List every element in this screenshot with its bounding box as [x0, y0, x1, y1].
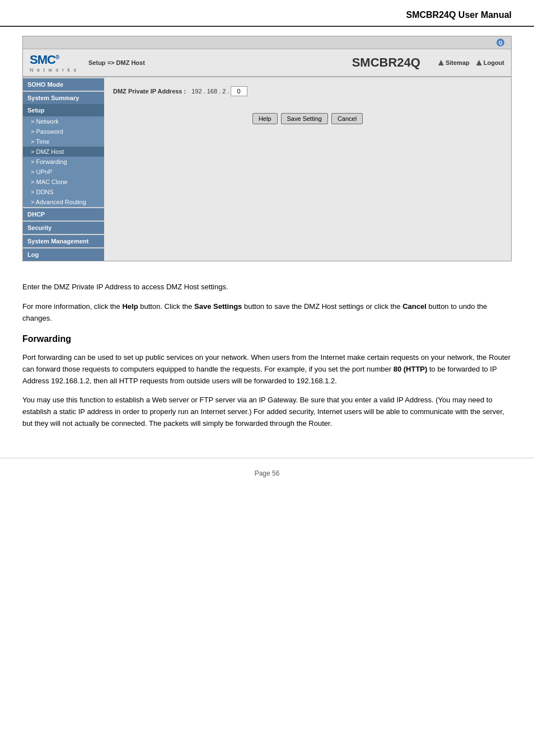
- sitemap-link[interactable]: Sitemap: [438, 59, 470, 66]
- help-bold: Help: [122, 302, 138, 311]
- sidebar-item-system-management[interactable]: System Management: [23, 235, 104, 247]
- forwarding-section-title: Forwarding: [22, 332, 512, 346]
- sidebar-item-ddns[interactable]: > DDNS: [23, 187, 104, 197]
- sidebar-item-advanced-routing[interactable]: > Advanced Routing: [23, 197, 104, 207]
- sidebar: SOHO Mode System Summary Setup > Network…: [23, 77, 104, 261]
- help-paragraph: For more information, click the Help but…: [22, 301, 512, 325]
- networks-text: N e t w o r k s: [30, 67, 77, 73]
- sidebar-item-upnp[interactable]: > UPnP: [23, 167, 104, 177]
- sidebar-item-forwarding[interactable]: > Forwarding: [23, 157, 104, 167]
- sidebar-item-soho-mode[interactable]: SOHO Mode: [23, 78, 104, 91]
- dmz-ip-form-row: DMZ Private IP Address : 192 . 168 . 2 .: [113, 86, 502, 96]
- content-panel: DMZ Private IP Address : 192 . 168 . 2 .…: [104, 77, 511, 261]
- page-number: Page 56: [255, 469, 280, 477]
- http-bold: 80 (HTTP): [394, 365, 428, 373]
- sidebar-item-dhcp[interactable]: DHCP: [23, 208, 104, 220]
- cancel-button[interactable]: Cancel: [331, 113, 363, 124]
- cancel-bold: Cancel: [402, 302, 427, 311]
- sidebar-item-password[interactable]: > Password: [23, 126, 104, 137]
- brand-name: SMC®: [30, 53, 59, 67]
- dmz-ip-label: DMZ Private IP Address :: [113, 88, 186, 95]
- ip-last-octet-input[interactable]: [231, 86, 247, 96]
- save-settings-button[interactable]: Save Setting: [281, 113, 328, 124]
- header-bar: SMC® N e t w o r k s Setup => DMZ Host S…: [23, 49, 511, 77]
- logout-link[interactable]: Logout: [476, 59, 504, 66]
- model-name: SMCBR24Q: [352, 55, 420, 70]
- manual-title: SMCBR24Q User Manual: [22, 10, 512, 20]
- page-footer: Page 56: [0, 458, 534, 489]
- sitemap-icon: [438, 60, 444, 65]
- sidebar-item-time[interactable]: > Time: [23, 137, 104, 147]
- intro-paragraph: Enter the DMZ Private IP Address to acce…: [22, 281, 512, 293]
- q-button-off[interactable]: Q: [496, 39, 507, 46]
- form-button-row: Help Save Setting Cancel: [113, 113, 502, 124]
- sidebar-item-log[interactable]: Log: [23, 248, 104, 261]
- sidebar-item-security[interactable]: Security: [23, 222, 104, 234]
- q-icon: Q: [496, 39, 504, 46]
- ip-address-field: 192 . 168 . 2 .: [191, 86, 247, 96]
- sidebar-item-setup[interactable]: Setup: [23, 104, 104, 116]
- setup-page-title: Setup => DMZ Host: [88, 59, 145, 66]
- save-settings-bold: Save Settings: [194, 302, 242, 311]
- header-center: Setup => DMZ Host: [88, 59, 341, 66]
- sidebar-item-mac-clone[interactable]: > MAC Clone: [23, 177, 104, 187]
- router-ui-frame: Q SMC® N e t w o r k s Setup => DMZ Host…: [22, 36, 512, 261]
- sidebar-item-dmz-host[interactable]: > DMZ Host: [23, 147, 104, 157]
- top-bar: Q: [23, 36, 511, 49]
- sidebar-item-network[interactable]: > Network: [23, 116, 104, 126]
- logout-icon: [476, 60, 482, 65]
- forwarding-paragraph-1: Port forwarding can be used to set up pu…: [22, 352, 512, 387]
- page-header: SMCBR24Q User Manual: [0, 0, 534, 27]
- header-links: Sitemap Logout: [438, 59, 504, 66]
- text-content: Enter the DMZ Private IP Address to acce…: [0, 273, 534, 447]
- forwarding-paragraph-2: You may use this function to establish a…: [22, 395, 512, 429]
- sidebar-item-system-summary[interactable]: System Summary: [23, 92, 104, 104]
- main-content: SOHO Mode System Summary Setup > Network…: [23, 77, 511, 261]
- ip-static-part: 192 . 168 . 2 .: [191, 88, 229, 95]
- smc-logo: SMC® N e t w o r k s: [30, 53, 77, 73]
- help-button[interactable]: Help: [252, 113, 278, 124]
